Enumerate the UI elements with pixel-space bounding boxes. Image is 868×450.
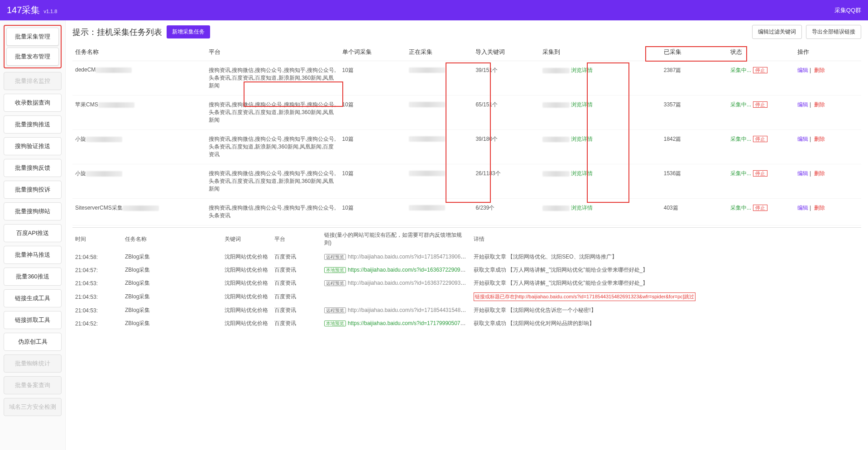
sidebar-item-12[interactable]: 伪原创工具	[4, 333, 62, 351]
sidebar-item-14: 批量备案查询	[4, 376, 62, 394]
log-link: 远程预览http://baijiahao.baidu.com/s?id=1636…	[321, 277, 471, 290]
task-collected-to: 浏览详情	[540, 61, 661, 96]
sidebar-item-10[interactable]: 链接生成工具	[4, 289, 62, 307]
log-detail: 开始获取文章 【沈阳网站优化告诉您一个小秘密!】	[471, 304, 861, 317]
remote-preview-tag[interactable]: 远程预览	[324, 280, 346, 286]
log-keyword: 沈阳网站优化价格	[222, 304, 272, 317]
browse-detail-link[interactable]: 浏览详情	[571, 136, 593, 142]
stop-button[interactable]: 停止	[753, 170, 767, 177]
col-name: 任务名称	[72, 43, 206, 61]
browse-detail-link[interactable]: 浏览详情	[571, 101, 593, 108]
task-row: 小旋搜狗资讯,搜狗微信,搜狗公众号,搜狗知乎,搜狗公众号,头条资讯,百度知道,新…	[72, 130, 861, 164]
edit-button[interactable]: 编辑	[797, 101, 808, 108]
log-col-time: 时间	[72, 228, 122, 250]
task-single: 10篇	[340, 130, 406, 164]
task-platform: 搜狗资讯,搜狗微信,搜狗公众号,搜狗知乎,搜狗公众号,头条资讯	[206, 199, 340, 225]
task-collected: 3357篇	[661, 96, 728, 130]
task-table: 任务名称 平台 单个词采集 正在采集 导入关键词 采集到 已采集 状态 操作 d…	[72, 43, 861, 225]
task-status: 采集中...停止	[728, 61, 794, 96]
delete-button[interactable]: 删除	[814, 205, 825, 211]
local-preview-tag[interactable]: 本地预览	[324, 321, 346, 326]
log-time: 21:04:57:	[72, 263, 122, 277]
log-row: 21:04:53:ZBlog采集沈阳网站优化价格百度资讯远程预览http://b…	[72, 277, 861, 290]
delete-button[interactable]: 删除	[814, 170, 825, 177]
log-detail-error: 链接或标题已存在[http://baijiahao.baidu.com/s?id…	[474, 292, 695, 301]
sidebar-item-collect-manage[interactable]: 批量采集管理	[6, 28, 59, 46]
task-name: SiteserverCMS采集	[72, 199, 206, 225]
col-single: 单个词采集	[340, 43, 406, 61]
edit-button[interactable]: 编辑	[797, 170, 808, 177]
log-time: 21:04:53:	[72, 304, 122, 317]
stop-button[interactable]: 停止	[753, 136, 767, 142]
sidebar-item-4[interactable]: 批量搜狗反馈	[4, 159, 62, 177]
sidebar-item-2[interactable]: 批量搜狗推送	[4, 115, 62, 134]
log-detail: 获取文章成功 【万人网络讲解_"沈阳网站优化"能给企业带来哪些好处_】	[471, 263, 861, 277]
col-collected: 已采集	[661, 43, 728, 61]
log-task: ZBlog采集	[122, 304, 222, 317]
local-preview-tag[interactable]: 本地预览	[324, 267, 346, 273]
log-url[interactable]: http://baijiahao.baidu.com/s?id=16363722…	[348, 280, 471, 286]
task-name: dedeCM	[72, 61, 206, 96]
task-row: 苹果CMS搜狗资讯,搜狗微信,搜狗公众号,搜狗知乎,搜狗公众号,头条资讯,百度资…	[72, 96, 861, 130]
sidebar-highlight-box: 批量采集管理 批量发布管理	[4, 25, 62, 68]
sidebar-item-1[interactable]: 收录数据查询	[4, 94, 62, 112]
edit-button[interactable]: 编辑	[797, 205, 808, 211]
log-row: 21:04:53:ZBlog采集沈阳网站优化价格百度资讯远程预览http://b…	[72, 304, 861, 317]
edit-button[interactable]: 编辑	[797, 67, 808, 73]
browse-detail-link[interactable]: 浏览详情	[571, 170, 593, 177]
browse-detail-link[interactable]: 浏览详情	[571, 67, 593, 73]
log-url[interactable]: https://baijiahao.baidu.com/s?id=1636372…	[348, 267, 471, 273]
log-time: 21:04:53:	[72, 290, 122, 304]
task-name: 小旋	[72, 130, 206, 164]
task-row: 小旋搜狗资讯,搜狗微信,搜狗公众号,搜狗知乎,搜狗公众号,头条资讯,百度资讯,百…	[72, 164, 861, 199]
export-errors-button[interactable]: 导出全部错误链接	[806, 25, 861, 39]
col-collected-to: 采集到	[540, 43, 661, 61]
task-keywords: 6/239个	[473, 199, 539, 225]
delete-button[interactable]: 删除	[814, 67, 825, 73]
log-scroll-area[interactable]: 21:04:58:ZBlog采集沈阳网站优化价格百度资讯远程预览http://b…	[72, 250, 861, 327]
task-collected-to: 浏览详情	[540, 130, 661, 164]
log-url[interactable]: http://baijiahao.baidu.com/s?id=17185471…	[348, 254, 471, 260]
sidebar-item-5[interactable]: 批量搜狗投诉	[4, 181, 62, 199]
log-keyword: 沈阳网站优化价格	[222, 263, 272, 277]
task-collected: 403篇	[661, 199, 728, 225]
app-version: v1.1.8	[43, 9, 57, 14]
task-name: 小旋	[72, 164, 206, 199]
log-detail: 获取文章成功 【沈阳网站优化对网站品牌的影响】	[471, 317, 861, 327]
sidebar-item-15: 域名三方安全检测	[4, 398, 62, 416]
remote-preview-tag[interactable]: 远程预览	[324, 254, 346, 260]
sidebar-item-9[interactable]: 批量360推送	[4, 268, 62, 286]
stop-button[interactable]: 停止	[753, 205, 767, 211]
sidebar-item-6[interactable]: 批量搜狗绑站	[4, 202, 62, 220]
task-single: 10篇	[340, 164, 406, 199]
qq-group-link[interactable]: 采集QQ群	[834, 6, 861, 14]
log-url[interactable]: http://baijiahao.baidu.com/s?id=17185443…	[348, 307, 471, 313]
log-url[interactable]: https://baijiahao.baidu.com/s?id=1717999…	[348, 320, 471, 326]
log-platform: 百度资讯	[272, 277, 321, 290]
log-col-platform: 平台	[272, 228, 321, 250]
remote-preview-tag[interactable]: 远程预览	[324, 307, 346, 313]
browse-detail-link[interactable]: 浏览详情	[571, 205, 593, 211]
log-col-keyword: 关键词	[222, 228, 272, 250]
task-ops: 编辑 | 删除	[795, 199, 861, 225]
task-collected-to: 浏览详情	[540, 199, 661, 225]
log-row: 21:04:57:ZBlog采集沈阳网站优化价格百度资讯本地预览https://…	[72, 263, 861, 277]
delete-button[interactable]: 删除	[814, 136, 825, 142]
task-collecting	[406, 199, 473, 225]
delete-button[interactable]: 删除	[814, 101, 825, 108]
log-keyword: 沈阳网站优化价格	[222, 250, 272, 263]
sidebar-item-3[interactable]: 搜狗验证推送	[4, 137, 62, 155]
edit-button[interactable]: 编辑	[797, 136, 808, 142]
new-task-button[interactable]: 新增采集任务	[167, 25, 210, 38]
task-collected: 1842篇	[661, 130, 728, 164]
log-task: ZBlog采集	[122, 277, 222, 290]
stop-button[interactable]: 停止	[753, 67, 767, 73]
sidebar-item-7[interactable]: 百度API推送	[4, 224, 62, 242]
sidebar-item-8[interactable]: 批量神马推送	[4, 246, 62, 264]
stop-button[interactable]: 停止	[753, 101, 767, 108]
log-detail: 开始获取文章 【万人网络讲解_"沈阳网站优化"能给企业带来哪些好处_】	[471, 277, 861, 290]
sidebar-item-11[interactable]: 链接抓取工具	[4, 311, 62, 329]
sidebar-item-publish-manage[interactable]: 批量发布管理	[6, 48, 59, 66]
log-task: ZBlog采集	[122, 290, 222, 304]
edit-filter-button[interactable]: 编辑过滤关键词	[752, 25, 802, 39]
